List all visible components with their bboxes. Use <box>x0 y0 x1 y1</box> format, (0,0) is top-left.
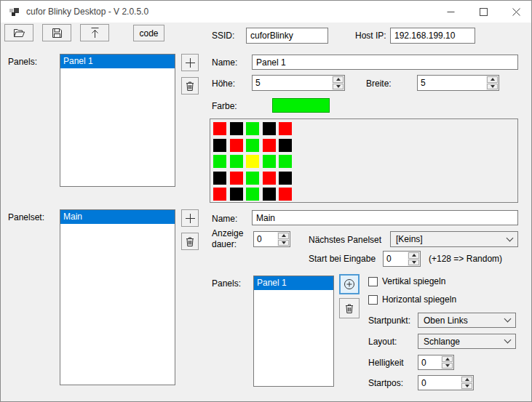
startpos-spinner[interactable] <box>418 375 474 390</box>
pixel-cell[interactable] <box>279 188 292 201</box>
spin-down-button[interactable] <box>408 260 419 266</box>
startpos-spin-buttons <box>461 376 473 390</box>
panels-listbox[interactable]: Panel 1 <box>60 54 175 187</box>
layout-label: Layout: <box>368 337 397 347</box>
save-button[interactable] <box>42 24 71 41</box>
add-panel-button[interactable] <box>181 54 199 71</box>
minimize-button[interactable] <box>434 1 467 23</box>
pixel-cell[interactable] <box>279 139 292 152</box>
naechstes-panelset-dropdown[interactable]: [Keins] <box>390 231 518 247</box>
spin-down-button[interactable] <box>333 84 344 90</box>
delete-panel-button[interactable] <box>181 77 199 95</box>
checkbox-box[interactable] <box>368 295 378 305</box>
panelset-name-input[interactable] <box>252 210 518 225</box>
close-button[interactable] <box>500 1 532 23</box>
pixel-cell[interactable] <box>230 172 243 185</box>
pixel-cell[interactable] <box>279 122 292 135</box>
panel-name-input[interactable] <box>252 55 518 70</box>
spin-up-button[interactable] <box>278 233 289 239</box>
folder-open-icon <box>13 28 25 38</box>
pixel-cell[interactable] <box>213 188 226 201</box>
spin-down-button[interactable] <box>442 363 453 369</box>
arrow-down-icon <box>465 385 469 387</box>
pixel-cell[interactable] <box>246 155 259 168</box>
pixel-cell[interactable] <box>246 139 259 152</box>
spin-up-button[interactable] <box>408 252 419 259</box>
pixel-cell[interactable] <box>279 155 292 168</box>
pixel-cell[interactable] <box>246 172 259 185</box>
anzeige-dauer-input[interactable] <box>254 232 277 246</box>
remove-panel-from-set-button[interactable] <box>339 298 360 318</box>
helligkeit-input[interactable] <box>418 355 441 369</box>
layout-dropdown[interactable]: Schlange <box>418 334 516 349</box>
pixel-cell[interactable] <box>213 172 226 185</box>
arrow-up-icon <box>282 234 286 237</box>
list-item[interactable]: Panel 1 <box>254 276 333 290</box>
open-file-button[interactable] <box>4 24 33 41</box>
pixel-cell[interactable] <box>230 188 243 201</box>
arrow-down-icon <box>412 261 416 264</box>
panelset-name-label: Name: <box>212 214 237 224</box>
arrow-down-icon <box>336 85 341 88</box>
startpunkt-dropdown[interactable]: Oben Links <box>418 313 516 328</box>
hoehe-input[interactable] <box>253 76 332 90</box>
pixel-cell[interactable] <box>230 139 243 152</box>
spin-up-button[interactable] <box>442 356 453 362</box>
breite-spinner[interactable] <box>417 75 499 91</box>
chevron-down-icon <box>507 234 514 241</box>
arrow-up-icon <box>491 78 495 81</box>
chevron-down-icon <box>504 337 512 344</box>
pixel-cell[interactable] <box>279 172 292 185</box>
add-panelset-button[interactable] <box>181 209 199 227</box>
upload-arrow-icon <box>90 27 100 39</box>
hoehe-spinner[interactable] <box>252 75 345 91</box>
checkbox-box[interactable] <box>368 277 378 286</box>
spin-down-button[interactable] <box>461 383 472 389</box>
checkbox-label: Vertikal spiegeln <box>382 276 445 286</box>
add-panel-to-set-button[interactable] <box>339 274 360 294</box>
pixel-cell[interactable] <box>263 155 276 168</box>
panelset-panels-listbox[interactable]: Panel 1 <box>253 276 334 387</box>
pixel-cell[interactable] <box>263 139 276 152</box>
pixel-cell[interactable] <box>213 122 226 135</box>
anzeige-dauer-spinner[interactable] <box>253 231 290 247</box>
spin-up-button[interactable] <box>333 76 344 83</box>
list-item[interactable]: Panel 1 <box>60 55 175 68</box>
vertikal-spiegeln-checkbox[interactable]: Vertikal spiegeln <box>368 276 445 286</box>
start-bei-eingabe-input[interactable] <box>384 252 408 266</box>
pixel-cell[interactable] <box>213 139 226 152</box>
upload-button[interactable] <box>80 24 109 41</box>
spin-down-button[interactable] <box>278 240 289 246</box>
pixel-cell[interactable] <box>246 188 259 201</box>
start-bei-eingabe-spinner[interactable] <box>383 251 421 267</box>
pixel-cell[interactable] <box>263 188 276 201</box>
pixel-cell[interactable] <box>246 122 259 135</box>
panelset-listbox[interactable]: Main <box>60 209 175 385</box>
helligkeit-spinner[interactable] <box>418 355 454 370</box>
pixel-cell[interactable] <box>213 155 226 168</box>
trash-icon <box>185 81 195 92</box>
pixel-cell[interactable] <box>230 155 243 168</box>
spin-down-button[interactable] <box>487 84 498 90</box>
plus-circle-icon <box>344 278 355 290</box>
pixel-cell[interactable] <box>230 122 243 135</box>
maximize-button[interactable] <box>467 1 500 23</box>
delete-panelset-button[interactable] <box>181 233 199 250</box>
trash-icon <box>344 303 354 314</box>
pixel-cell[interactable] <box>263 172 276 185</box>
host-ip-input[interactable] <box>390 28 475 44</box>
spin-up-button[interactable] <box>461 377 472 382</box>
startpos-input[interactable] <box>418 376 461 390</box>
list-item[interactable]: Main <box>60 210 175 224</box>
arrow-down-icon <box>491 85 495 88</box>
ssid-input[interactable] <box>246 28 328 44</box>
horizontal-spiegeln-checkbox[interactable]: Horizontal spiegeln <box>368 294 456 305</box>
checkbox-label: Horizontal spiegeln <box>382 294 456 305</box>
app-window: cufor Blinky Desktop - V 2.0.5.0 <box>0 0 532 402</box>
dropdown-value: Oben Links <box>424 315 505 326</box>
color-swatch[interactable] <box>272 98 330 113</box>
pixel-cell[interactable] <box>263 122 276 135</box>
code-button[interactable]: code <box>133 25 164 41</box>
spin-up-button[interactable] <box>487 76 498 83</box>
breite-input[interactable] <box>418 76 486 90</box>
